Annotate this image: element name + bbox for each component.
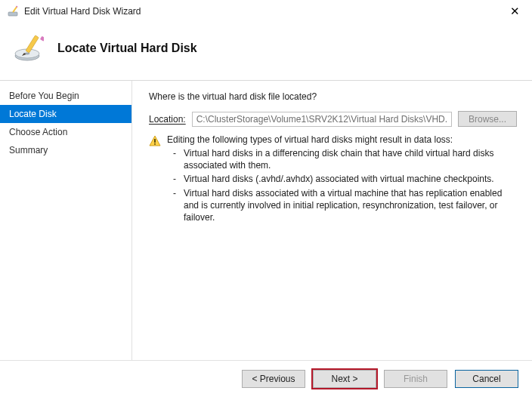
warning-item-text: Virtual hard disks (.avhd/.avhdx) associ… — [184, 173, 494, 185]
warning-list: Virtual hard disks in a differencing dis… — [167, 147, 517, 223]
sidebar-item-choose-action[interactable]: Choose Action — [0, 123, 131, 141]
titlebar-left: Edit Virtual Hard Disk Wizard — [8, 5, 141, 17]
sidebar-item-label: Before You Begin — [9, 91, 79, 101]
page-title: Locate Virtual Hard Disk — [57, 42, 197, 55]
location-input[interactable] — [192, 112, 452, 127]
warning-item: Virtual hard disks (.avhd/.avhdx) associ… — [173, 173, 517, 185]
sidebar-item-label: Summary — [9, 145, 48, 155]
sidebar-item-summary[interactable]: Summary — [0, 141, 131, 159]
window-title: Edit Virtual Hard Disk Wizard — [24, 6, 141, 17]
warning-body: Editing the following types of virtual h… — [167, 134, 517, 225]
location-label: Location: — [149, 114, 186, 125]
wizard-footer: < Previous Next > Finish Cancel — [0, 360, 532, 394]
prompt-text: Where is the virtual hard disk file loca… — [149, 91, 517, 102]
browse-button: Browse... — [458, 111, 517, 127]
svg-rect-0 — [8, 12, 17, 16]
wizard-header: Locate Virtual Hard Disk — [0, 23, 532, 80]
warning-intro: Editing the following types of virtual h… — [167, 134, 517, 145]
wizard-app-icon — [8, 5, 20, 17]
warning-block: Editing the following types of virtual h… — [149, 134, 517, 225]
cancel-button[interactable]: Cancel — [455, 370, 518, 388]
wizard-steps-sidebar: Before You Begin Locate Disk Choose Acti… — [0, 81, 132, 360]
location-row: Location: Browse... — [149, 111, 517, 127]
wizard-body: Before You Begin Locate Disk Choose Acti… — [0, 81, 532, 360]
warning-item-text: Virtual hard disks associated with a vir… — [184, 187, 517, 224]
svg-rect-10 — [154, 139, 156, 143]
finish-button: Finish — [384, 370, 447, 388]
svg-rect-11 — [154, 143, 156, 145]
previous-button[interactable]: < Previous — [242, 370, 305, 388]
warning-item-text: Virtual hard disks in a differencing dis… — [184, 147, 517, 171]
sidebar-item-label: Locate Disk — [9, 109, 57, 119]
warning-item: Virtual hard disks in a differencing dis… — [173, 147, 517, 171]
warning-item: Virtual hard disks associated with a vir… — [173, 187, 517, 224]
svg-rect-8 — [40, 36, 44, 42]
close-icon[interactable]: ✕ — [506, 5, 524, 18]
sidebar-item-label: Choose Action — [9, 127, 67, 137]
title-bar: Edit Virtual Hard Disk Wizard ✕ — [0, 0, 532, 23]
warning-icon — [149, 134, 161, 147]
edit-disk-icon — [14, 33, 44, 63]
sidebar-item-before-you-begin[interactable]: Before You Begin — [0, 87, 131, 105]
wizard-content: Where is the virtual hard disk file loca… — [132, 81, 532, 360]
sidebar-item-locate-disk[interactable]: Locate Disk — [0, 105, 131, 123]
next-button[interactable]: Next > — [313, 370, 376, 388]
